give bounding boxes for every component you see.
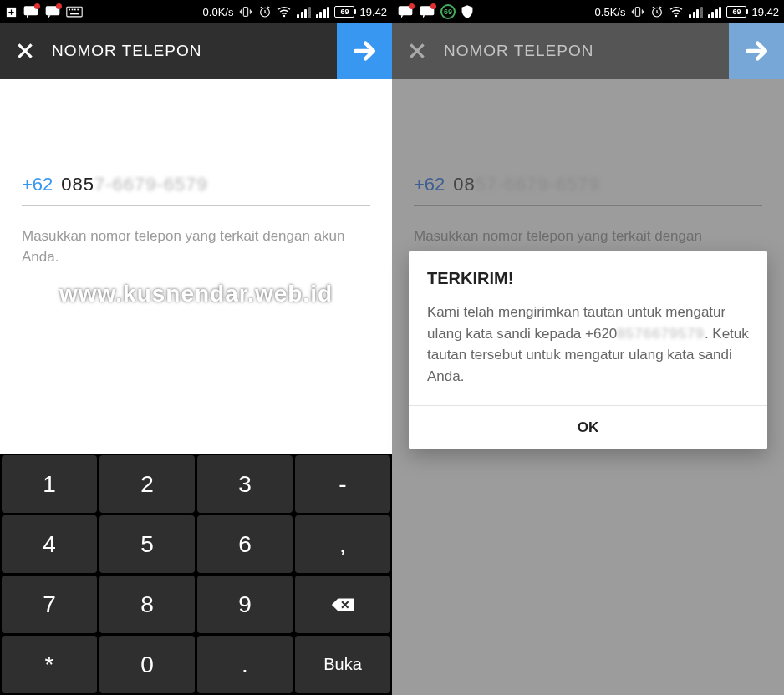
svg-rect-4	[72, 9, 74, 11]
phone-input[interactable]: +62 0857-6679-6579	[22, 109, 370, 206]
status-bar: 0.0K/s 69 19.42	[0, 0, 392, 23]
close-button[interactable]	[0, 23, 50, 79]
alarm-icon	[650, 5, 664, 18]
svg-rect-3	[69, 9, 70, 11]
clock-time: 19.42	[751, 6, 779, 18]
key-comma[interactable]: ,	[295, 515, 390, 573]
alarm-icon	[258, 5, 272, 18]
battery-text: 69	[340, 8, 349, 16]
svg-rect-7	[70, 13, 79, 15]
key-2[interactable]: 2	[99, 455, 195, 513]
backspace-icon	[330, 596, 355, 613]
bbm-icon	[23, 4, 39, 19]
signal-1-icon	[297, 6, 311, 18]
wifi-icon	[277, 6, 292, 18]
keyboard-icon	[66, 6, 83, 18]
phone-number: 0857-6679-6579	[61, 174, 208, 195]
key-go[interactable]: Buka	[295, 636, 390, 693]
status-bar: 69 0.5K/s 69 19.42	[392, 0, 784, 23]
app-bar: NOMOR TELEPON	[0, 23, 392, 79]
svg-rect-2	[67, 7, 82, 17]
page-title: NOMOR TELEPON	[50, 42, 337, 60]
numeric-keypad: 1 2 3 - 4 5 6 , 7 8 9 * 0	[0, 454, 392, 695]
wifi-icon	[669, 6, 684, 18]
svg-rect-13	[636, 8, 640, 17]
close-button	[392, 23, 442, 79]
signal-2-icon	[316, 6, 330, 18]
key-6[interactable]: 6	[197, 515, 293, 573]
submit-button	[729, 23, 784, 79]
app-bar: NOMOR TELEPON	[392, 23, 784, 79]
battery-text: 69	[732, 8, 741, 16]
clock-time: 19.42	[359, 6, 387, 18]
bbm-icon-2	[419, 4, 435, 19]
plus-icon	[5, 6, 18, 18]
dialog-actions: OK	[409, 405, 767, 449]
close-icon	[14, 40, 36, 62]
key-7[interactable]: 7	[2, 576, 97, 633]
bbm-icon-2	[44, 4, 61, 19]
watermark: www.kusnendar.web.id	[0, 281, 392, 307]
key-dash[interactable]: -	[295, 455, 390, 513]
key-4[interactable]: 4	[2, 515, 97, 573]
network-speed: 0.5K/s	[595, 6, 626, 18]
submit-button[interactable]	[337, 23, 392, 79]
phone-input: +62 0857-6679-6579	[414, 109, 762, 206]
battery-icon: 69	[334, 6, 354, 18]
hint-text: Masukkan nomor telepon yang terkait deng…	[22, 226, 370, 267]
key-1[interactable]: 1	[2, 455, 97, 513]
svg-rect-5	[74, 9, 76, 11]
key-5[interactable]: 5	[99, 515, 195, 573]
shield-icon	[461, 4, 474, 19]
svg-rect-6	[77, 9, 79, 11]
svg-rect-8	[244, 8, 248, 17]
key-period[interactable]: .	[197, 636, 293, 693]
vibrate-icon	[238, 5, 253, 18]
key-0[interactable]: 0	[99, 636, 195, 693]
bbm-icon	[397, 4, 414, 19]
dialog-title: TERKIRIM!	[409, 251, 767, 297]
country-code: +62	[22, 174, 53, 195]
form-area: +62 0857-6679-6579 Masukkan nomor telepo…	[392, 79, 784, 247]
signal-1-icon	[689, 6, 703, 18]
key-star[interactable]: *	[2, 636, 97, 693]
signal-2-icon	[708, 6, 722, 18]
key-8[interactable]: 8	[99, 576, 195, 633]
arrow-right-icon	[351, 38, 378, 64]
dialog-body: Kami telah mengirimkan tautan untuk meng…	[409, 297, 767, 405]
ok-button[interactable]: OK	[409, 406, 767, 449]
hint-text: Masukkan nomor telepon yang terkait deng…	[414, 226, 762, 247]
vibrate-icon	[630, 5, 645, 18]
dialog-sent: TERKIRIM! Kami telah mengirimkan tautan …	[409, 251, 767, 449]
close-icon	[406, 40, 428, 62]
form-area: +62 0857-6679-6579 Masukkan nomor telepo…	[0, 79, 392, 267]
key-9[interactable]: 9	[197, 576, 293, 633]
phone-left: 0.0K/s 69 19.42 NOMOR TELEPON +62 0	[0, 0, 392, 695]
phone-right: 69 0.5K/s 69 19.42 NOMOR TELEPON	[392, 0, 784, 695]
key-backspace[interactable]	[295, 576, 390, 633]
country-code: +62	[414, 174, 445, 195]
phone-number: 0857-6679-6579	[453, 174, 600, 195]
svg-point-10	[283, 15, 286, 18]
badge-icon: 69	[440, 4, 456, 19]
page-title: NOMOR TELEPON	[442, 42, 729, 60]
arrow-right-icon	[743, 38, 770, 64]
battery-icon: 69	[726, 6, 746, 18]
network-speed: 0.0K/s	[203, 6, 234, 18]
key-3[interactable]: 3	[197, 455, 293, 513]
svg-point-15	[675, 15, 678, 18]
